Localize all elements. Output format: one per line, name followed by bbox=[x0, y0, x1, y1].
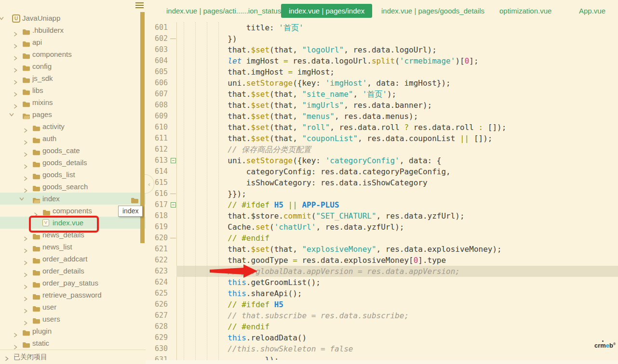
chevron-down-icon[interactable] bbox=[23, 197, 28, 201]
tree-item-pages[interactable]: pages bbox=[0, 108, 146, 120]
tree-item-index[interactable]: index bbox=[0, 193, 146, 205]
tree-item-plugin[interactable]: plugin bbox=[0, 325, 146, 337]
chevron-right-icon[interactable] bbox=[24, 293, 27, 298]
tree-item-static[interactable]: static bbox=[0, 337, 146, 349]
code-text[interactable]: //app.globalData.appVersion = res.data.a… bbox=[178, 266, 618, 277]
tab-1[interactable]: index.vue | pages/acti......ion_status bbox=[159, 4, 289, 18]
code-area[interactable]: 601 title: '首页'602 })603 that.$set(that,… bbox=[146, 22, 618, 364]
tree-item-.hbuilderx[interactable]: .hbuilderx bbox=[0, 24, 146, 36]
code-text[interactable]: // #ifdef H5 bbox=[178, 299, 618, 310]
tree-item-activity[interactable]: activity bbox=[0, 120, 146, 132]
chevron-right-icon[interactable] bbox=[13, 64, 17, 69]
chevron-right-icon[interactable] bbox=[24, 124, 27, 129]
code-text[interactable]: that.imgHost = imgHost; bbox=[178, 66, 618, 78]
code-text[interactable]: uni.setStorage({key: 'categoryConfig', d… bbox=[178, 155, 618, 166]
tree-item-goods-cate[interactable]: goods_cate bbox=[0, 144, 146, 156]
code-text[interactable]: // #ifdef H5 || APP-PLUS bbox=[178, 199, 618, 210]
code-text[interactable]: that.goodType = res.data.explosiveMoney[… bbox=[178, 255, 618, 266]
code-text[interactable]: this.shareApi(); bbox=[178, 288, 618, 299]
horizontal-scrollbar-track[interactable] bbox=[146, 360, 618, 364]
chevron-right-icon[interactable] bbox=[13, 329, 17, 334]
annotation-highlight-box bbox=[29, 216, 99, 233]
tree-item-config[interactable]: config bbox=[0, 60, 146, 72]
fold-toggle-icon[interactable] bbox=[171, 202, 176, 208]
chevron-right-icon[interactable] bbox=[24, 269, 27, 273]
tree-item-auth[interactable]: auth bbox=[0, 132, 146, 144]
tree-item-users[interactable]: users bbox=[0, 313, 146, 325]
line-number: 624 bbox=[146, 277, 170, 288]
tree-item-order-addcart[interactable]: order_addcart bbox=[0, 253, 146, 265]
tree-item-javauniapp[interactable]: UJavaUniapp bbox=[0, 12, 146, 24]
tree-item-api[interactable]: api bbox=[0, 36, 146, 48]
tree-item-news-list[interactable]: news_list bbox=[0, 241, 146, 253]
code-text[interactable]: let imgHost = res.data.logoUrl.split('cr… bbox=[178, 55, 618, 66]
code-line-619: 619 Cache.set('chatUrl', res.data.yzfUrl… bbox=[146, 221, 618, 233]
fold-toggle-icon[interactable] bbox=[171, 158, 176, 163]
tree-item-mixins[interactable]: mixins bbox=[0, 96, 146, 108]
chevron-right-icon[interactable] bbox=[13, 76, 17, 81]
tree-item-order-pay-status[interactable]: order_pay_status bbox=[0, 277, 146, 289]
tree-item-goods-search[interactable]: goods_search bbox=[0, 181, 146, 193]
code-text[interactable]: isShowCategory: res.data.isShowCategory bbox=[178, 177, 618, 188]
chevron-right-icon[interactable] bbox=[5, 354, 9, 363]
tab-2[interactable]: index.vue | pages/index bbox=[281, 4, 372, 18]
chevron-right-icon[interactable] bbox=[13, 28, 17, 33]
code-text[interactable]: that.$set(that, "roll", res.data.roll ? … bbox=[178, 122, 618, 133]
code-text[interactable]: // #endif bbox=[178, 233, 618, 244]
chevron-right-icon[interactable] bbox=[24, 245, 27, 249]
chevron-right-icon[interactable] bbox=[24, 317, 27, 322]
tree-item-goods-details[interactable]: goods_details bbox=[0, 156, 146, 169]
code-text[interactable]: that.$set(that, "logoUrl", res.data.logo… bbox=[178, 44, 618, 55]
sidebar-menu-icon[interactable] bbox=[135, 2, 144, 8]
chevron-right-icon[interactable] bbox=[24, 305, 27, 310]
tab-4[interactable]: optimization.vue bbox=[492, 4, 559, 18]
chevron-right-icon[interactable] bbox=[13, 40, 17, 45]
chevron-right-icon[interactable] bbox=[24, 184, 27, 189]
code-text[interactable]: }}); bbox=[178, 188, 618, 199]
tree-item-label: index bbox=[42, 193, 60, 205]
tree-item-user[interactable]: user bbox=[0, 301, 146, 313]
code-text[interactable]: that.$set(that, "couponList", res.data.c… bbox=[178, 133, 618, 144]
chevron-right-icon[interactable] bbox=[13, 88, 17, 93]
line-number: 623 bbox=[146, 266, 170, 277]
code-text[interactable]: }) bbox=[178, 33, 618, 44]
tree-item-retrieve-password[interactable]: retrieve_password bbox=[0, 289, 146, 301]
registered-mark: ® bbox=[613, 342, 616, 346]
tab-5[interactable]: App.vue bbox=[571, 4, 613, 18]
chevron-right-icon[interactable] bbox=[24, 160, 27, 165]
chevron-right-icon[interactable] bbox=[13, 52, 17, 57]
closed-projects-item[interactable]: 已关闭项目 bbox=[0, 350, 146, 364]
chevron-right-icon[interactable] bbox=[24, 281, 27, 286]
chevron-right-icon[interactable] bbox=[24, 148, 27, 153]
code-text[interactable]: // #endif bbox=[178, 321, 618, 332]
code-text[interactable]: categoryConfig: res.data.categoryPageCon… bbox=[178, 166, 618, 177]
code-text[interactable]: //this.showSkeleton = false bbox=[178, 343, 618, 354]
chevron-down-icon[interactable] bbox=[13, 113, 18, 117]
chevron-right-icon[interactable] bbox=[34, 208, 38, 213]
chevron-right-icon[interactable] bbox=[13, 341, 17, 346]
chevron-right-icon[interactable] bbox=[24, 172, 27, 177]
chevron-down-icon[interactable] bbox=[3, 16, 8, 20]
code-text[interactable]: this.getGroomList(); bbox=[178, 277, 618, 288]
tab-3[interactable]: index.vue | pages/goods_details bbox=[374, 4, 492, 18]
code-text[interactable]: this.reloadData() bbox=[178, 332, 618, 343]
code-text[interactable]: that.$set(that, "menus", res.data.menus)… bbox=[178, 111, 618, 122]
code-text[interactable]: that.$store.commit("SET_CHATURL", res.da… bbox=[178, 210, 618, 221]
code-text[interactable]: // that.subscribe = res.data.subscribe; bbox=[178, 310, 618, 321]
tree-item-components[interactable]: components bbox=[0, 48, 146, 60]
code-text[interactable]: uni.setStorage({key: 'imgHost', data: im… bbox=[178, 78, 618, 89]
tree-item-libs[interactable]: libs bbox=[0, 84, 146, 96]
code-text[interactable]: Cache.set('chatUrl', res.data.yzfUrl); bbox=[178, 221, 618, 233]
tree-item-order-details[interactable]: order_details bbox=[0, 265, 146, 277]
tree-item-goods-list[interactable]: goods_list bbox=[0, 169, 146, 181]
code-text[interactable]: that.$set(that, "imgUrls", res.data.bann… bbox=[178, 100, 618, 111]
tree-item-js-sdk[interactable]: js_sdk bbox=[0, 72, 146, 84]
chevron-right-icon[interactable] bbox=[24, 257, 27, 261]
chevron-right-icon[interactable] bbox=[24, 233, 27, 237]
code-text[interactable]: that.$set(that, "explosiveMoney", res.da… bbox=[178, 244, 618, 255]
code-text[interactable]: // 保存商品分类页配置 bbox=[178, 144, 618, 155]
chevron-right-icon[interactable] bbox=[13, 100, 17, 105]
code-text[interactable]: that.$set(that, "site_name", '首页'); bbox=[178, 89, 618, 100]
chevron-right-icon[interactable] bbox=[24, 136, 27, 141]
code-text[interactable]: title: '首页' bbox=[178, 22, 618, 33]
